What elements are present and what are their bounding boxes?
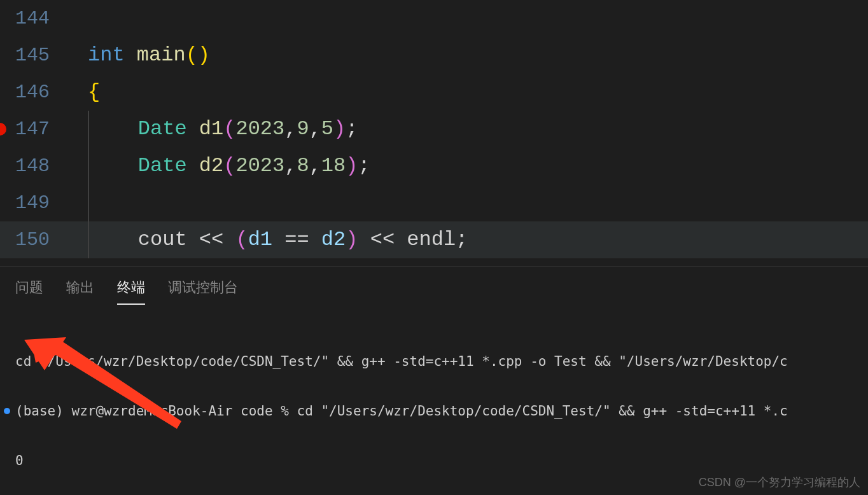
line-number: 146	[0, 74, 69, 111]
code-line[interactable]: 144	[0, 0, 868, 37]
terminal-line: 0	[15, 452, 853, 469]
tab-problems[interactable]: 问题	[15, 278, 43, 305]
terminal-output[interactable]: cd "/Users/wzr/Desktop/code/CSDN_Test/" …	[0, 305, 868, 495]
code-line[interactable]: 147 Date d1(2023,9,5);	[0, 111, 868, 148]
line-number: 144	[0, 0, 69, 37]
code-line[interactable]: 150 cout << (d1 == d2) << endl;	[0, 221, 868, 258]
code-content[interactable]	[69, 185, 89, 221]
line-number: 148	[0, 148, 69, 185]
bottom-panel: 问题 输出 终端 调试控制台 cd "/Users/wzr/Desktop/co…	[0, 266, 868, 495]
code-content[interactable]: {	[69, 74, 100, 111]
code-editor[interactable]: 144145int main()146{147 Date d1(2023,9,5…	[0, 0, 868, 266]
code-content[interactable]: int main()	[69, 37, 210, 74]
line-number: 149	[0, 185, 69, 221]
tab-output[interactable]: 输出	[66, 278, 94, 305]
panel-tabs: 问题 输出 终端 调试控制台	[0, 267, 868, 305]
code-content[interactable]: Date d2(2023,8,18);	[69, 148, 370, 185]
status-dot-icon	[4, 408, 10, 414]
tab-debug-console[interactable]: 调试控制台	[168, 278, 238, 305]
line-number: 145	[0, 37, 69, 74]
code-content[interactable]: Date d1(2023,9,5);	[69, 111, 358, 148]
terminal-line: (base) wzr@wzrdeMacBook-Air code % cd "/…	[15, 403, 853, 419]
code-line[interactable]: 146{	[0, 74, 868, 111]
tab-terminal[interactable]: 终端	[117, 278, 145, 305]
indent-guide	[88, 185, 89, 221]
watermark-text: CSDN @一个努力学习编程的人	[699, 475, 860, 490]
code-line[interactable]: 145int main()	[0, 37, 868, 74]
line-number: 147	[0, 111, 69, 148]
code-line[interactable]: 148 Date d2(2023,8,18);	[0, 148, 868, 185]
line-number: 150	[0, 221, 69, 258]
terminal-line: cd "/Users/wzr/Desktop/code/CSDN_Test/" …	[15, 353, 853, 370]
code-content[interactable]: cout << (d1 == d2) << endl;	[69, 221, 468, 258]
code-line[interactable]: 149	[0, 185, 868, 221]
